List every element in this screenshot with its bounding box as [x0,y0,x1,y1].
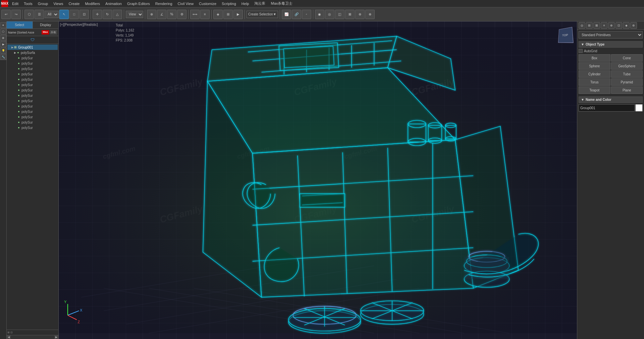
teapot-button[interactable]: Teapot [579,86,610,94]
rp-icon-7[interactable]: ◈ [623,22,630,29]
menu-civil-view[interactable]: Civil View [175,1,196,6]
spinner-snap-button[interactable]: ⚙ [177,10,186,19]
material-editor-button[interactable]: ◈ [213,10,223,19]
menu-group[interactable]: Group [35,1,51,6]
motion-tab-btn[interactable]: ▶ [0,41,6,47]
list-item[interactable]: ●polySur [7,125,58,130]
extra-btn-4[interactable]: ⊠ [345,10,355,19]
list-item[interactable]: ●polySur [7,61,58,66]
rp-icon-1[interactable]: ◎ [579,22,585,29]
list-item[interactable]: ●polySur [7,98,58,104]
geosphere-button[interactable]: GeoSphere [611,62,643,70]
menu-help[interactable]: Help [239,1,252,6]
primitives-dropdown[interactable]: Standard Primitives [579,31,643,39]
list-item[interactable]: ●polySur [7,66,58,71]
cylinder-button[interactable]: Cylinder [579,70,610,78]
tree-item-polysurfa[interactable]: ▶ ● polySurfa [7,50,58,55]
selection-filter-dropdown[interactable]: All [45,11,59,18]
list-item[interactable]: ●polySur [7,55,58,61]
open-mini-listener-button[interactable]: ▫ [302,10,311,19]
menu-create[interactable]: Create [66,1,82,6]
menu-scripting[interactable]: Scripting [219,1,239,6]
list-item[interactable]: ●polySur [7,109,58,114]
move-button[interactable]: ✛ [93,10,102,19]
scale-button[interactable]: △ [113,10,122,19]
select-tool-button[interactable]: ↖ [59,10,69,19]
create-tab-btn[interactable]: ✦ [0,22,6,28]
modify-tab-btn[interactable]: ⬡ [0,28,6,35]
object-type-collapse[interactable]: ▼ [581,43,584,46]
object-name-input[interactable] [579,104,635,112]
navigation-cube[interactable]: TOP [554,24,574,44]
extra-btn-5[interactable]: ⊛ [355,10,365,19]
rp-icon-2[interactable]: ⊞ [586,22,593,29]
color-swatch[interactable] [635,104,643,112]
menu-graph-editors[interactable]: Graph Editors [124,1,153,6]
align-button[interactable]: ≡ [200,10,210,19]
menu-customize[interactable]: Customize [196,1,219,6]
rp-icon-5[interactable]: ⊕ [608,22,615,29]
undo-button[interactable]: ↩ [1,10,11,19]
angle-snap-button[interactable]: ∠ [157,10,166,19]
schematic-view-button[interactable]: 🔗 [292,10,301,19]
pyramid-button[interactable]: Pyramid [611,78,643,86]
render-button[interactable]: ▶ [233,10,243,19]
rotate-button[interactable]: ↻ [103,10,112,19]
scrollbar-track[interactable] [11,335,54,339]
list-item[interactable]: ●polySur [7,120,58,125]
list-item[interactable]: ●polySur [7,93,58,98]
select-tab[interactable]: Select [7,21,33,28]
cone-button[interactable]: Cone [611,54,643,62]
utilities-tab-btn[interactable]: 🔧 [0,54,6,60]
list-item[interactable]: ●polySur [7,114,58,120]
list-item[interactable]: ●polySur [7,104,58,109]
menu-tools[interactable]: Tools [21,1,35,6]
list-item[interactable]: ●polySur [7,77,58,82]
scene-icon-1[interactable]: ⊞ [7,331,10,334]
max-label[interactable]: Max [42,30,49,35]
shield-button[interactable]: 🛡 [30,37,35,43]
create-selection-button[interactable]: Create Selection ▼ [247,11,278,18]
window-crossing-button[interactable]: ⊡ [79,10,89,19]
menu-views[interactable]: Views [51,1,66,6]
scene-scrollbar[interactable]: ◀ ▶ [7,335,58,339]
rp-icon-4[interactable]: ≡ [601,22,607,29]
menu-animation[interactable]: Animation [103,1,124,6]
sphere-button[interactable]: Sphere [579,62,610,70]
menu-modifiers[interactable]: Modifiers [82,1,103,6]
plane-button[interactable]: Plane [611,86,643,94]
extra-label[interactable]: 杀毒 [50,30,57,35]
extra-btn-3[interactable]: ◫ [335,10,344,19]
view-dropdown[interactable]: View [126,11,143,18]
tree-item-group001[interactable]: ▶ ⊞ Group001 [7,45,58,50]
snap-toggle-button[interactable]: ⊕ [147,10,156,19]
rp-icon-6[interactable]: ⊡ [615,22,622,29]
select-object-button[interactable]: ⬡ [24,10,34,19]
percent-snap-button[interactable]: % [167,10,176,19]
scene-icon-2[interactable]: ⊡ [10,331,13,334]
extra-btn-1[interactable]: ◉ [315,10,324,19]
display-tab-btn[interactable]: 💡 [0,48,6,54]
autogrid-checkbox[interactable] [579,49,583,53]
extra-btn-6[interactable]: ⊕ [365,10,375,19]
rp-icon-8[interactable]: ⊛ [630,22,637,29]
box-button[interactable]: Box [579,54,610,62]
list-item[interactable]: ●polySur [7,71,58,77]
extra-btn-2[interactable]: ◎ [325,10,334,19]
list-item[interactable]: ●polySur [7,87,58,93]
select-region-button[interactable]: □ [69,10,79,19]
render-setup-button[interactable]: ⊞ [223,10,233,19]
scroll-right-btn[interactable]: ▶ [54,335,58,339]
list-item[interactable]: ●polySur [7,82,58,87]
display-tab[interactable]: Display [33,21,59,28]
torus-button[interactable]: Torus [579,78,610,86]
scroll-left-btn[interactable]: ◀ [7,335,11,339]
menu-taoyunku[interactable]: 淘云库 [252,0,268,7]
select-by-name-button[interactable]: ☰ [35,10,44,19]
tube-button[interactable]: Tube [611,70,643,78]
menu-edit[interactable]: Edit [9,1,21,6]
hierarchy-tab-btn[interactable]: ⊞ [0,35,6,41]
rp-icon-3[interactable]: ⊠ [593,22,600,29]
menu-max-antivirus[interactable]: Max杀毒卫士 [268,0,295,7]
curve-editor-button[interactable]: 📈 [282,10,291,19]
